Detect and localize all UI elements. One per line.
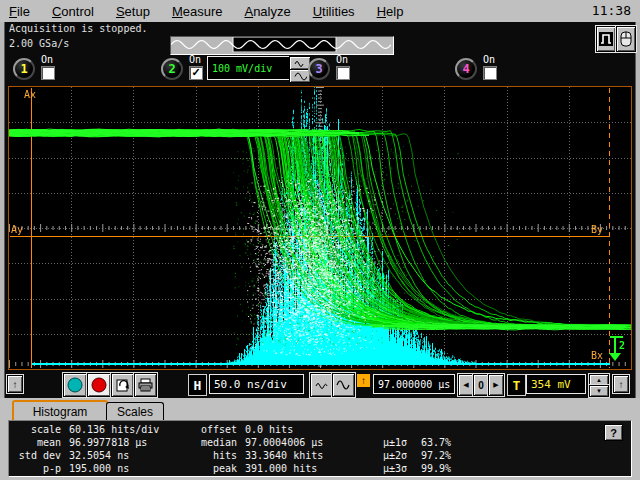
channel-2-group: 2On✓100 mV/div: [161, 56, 301, 84]
down-triangle-icon: ▼: [596, 388, 602, 394]
stop-button[interactable]: [87, 373, 111, 397]
run-icon: [67, 377, 83, 393]
channel-controls: 1On2On✓100 mV/div3On4On: [5, 55, 635, 86]
horizontal-zoom-out-button[interactable]: [310, 373, 333, 397]
stat-label: offset: [157, 424, 237, 435]
stat-label: median: [157, 437, 237, 448]
stat-value: 33.3640 khits: [245, 450, 323, 461]
up-arrow-icon: ↑: [619, 379, 624, 390]
menu-bar: FileControlSetupMeasureAnalyzeUtilitiesH…: [0, 0, 640, 23]
stat-label: std dev: [0, 450, 61, 461]
stat-value: 96.9977818 µs: [69, 437, 147, 448]
stat-value: 97.2%: [421, 450, 451, 461]
stat-value: 60.136 hits/div: [69, 424, 159, 435]
position-left-button[interactable]: ◀: [458, 374, 474, 396]
up-arrow-icon: ↑: [13, 379, 18, 390]
stat-label: scale: [0, 424, 61, 435]
trigger-level-down-button[interactable]: ▼: [589, 385, 609, 397]
waveform-display[interactable]: [9, 87, 631, 369]
clear-display-button[interactable]: [111, 373, 134, 397]
menu-item-file[interactable]: File: [9, 4, 30, 19]
channel-1-group: 1On: [13, 56, 153, 84]
mouse-button[interactable]: [616, 26, 636, 52]
menu-item-help[interactable]: Help: [377, 4, 404, 19]
menu-items: FileControlSetupMeasureAnalyzeUtilitiesH…: [0, 2, 403, 20]
channel-4-badge[interactable]: 4: [455, 58, 477, 80]
plot-area: [8, 86, 632, 370]
horizontal-control-bar: ↑: [5, 370, 635, 398]
menu-item-setup[interactable]: Setup: [116, 4, 150, 19]
mouse-icon: [620, 31, 632, 47]
stat-value: 99.9%: [421, 463, 451, 474]
menu-item-measure[interactable]: Measure: [172, 4, 223, 19]
channel-4-group: 4On: [455, 56, 595, 84]
channel-3-group: 3On: [308, 56, 448, 84]
print-button[interactable]: [134, 373, 157, 397]
acquisition-status: Acquisition is stopped.: [9, 23, 147, 34]
right-triangle-icon: ▶: [493, 381, 498, 389]
stat-label: hits: [157, 450, 237, 461]
stat-value: 32.5054 ns: [69, 450, 129, 461]
channel-2-on-label: On: [189, 54, 201, 65]
help-button[interactable]: ?: [604, 424, 623, 441]
stat-label: peak: [157, 463, 237, 474]
channel-3-badge[interactable]: 3: [308, 58, 330, 80]
stop-icon: [91, 377, 107, 393]
run-button[interactable]: [63, 373, 87, 397]
channel-1-on-checkbox[interactable]: [41, 66, 55, 80]
stat-value: 0.0 hits: [245, 424, 293, 435]
status-bar: Acquisition is stopped. 2.00 GSa/s: [5, 22, 635, 55]
scroll-up-left-button[interactable]: ↑: [7, 375, 23, 393]
stat-label: p-p: [0, 463, 61, 474]
stat-value: 63.7%: [421, 437, 451, 448]
small-wave-icon: [315, 381, 328, 390]
horizontal-zoom-in-button[interactable]: [332, 373, 355, 397]
channel-1-on-label: On: [41, 54, 53, 65]
tab-histogram[interactable]: Histogram: [12, 400, 108, 422]
stat-value: 391.000 hits: [245, 463, 317, 474]
position-window[interactable]: [233, 37, 336, 52]
printer-icon: [138, 378, 153, 392]
horizontal-label: H: [188, 374, 207, 396]
channel-2-scale-display[interactable]: 100 mV/div: [207, 56, 291, 80]
menu-item-analyze[interactable]: Analyze: [244, 4, 290, 19]
left-triangle-icon: ◀: [463, 381, 468, 389]
channel-1-badge[interactable]: 1: [13, 58, 35, 80]
horizontal-position-display[interactable]: 97.000000 µs: [373, 374, 455, 394]
menu-item-control[interactable]: Control: [52, 4, 94, 19]
channel-4-on-label: On: [483, 54, 495, 65]
channel-2-on-checkbox[interactable]: ✓: [189, 66, 203, 80]
menu-item-utilities[interactable]: Utilities: [313, 4, 355, 19]
trigger-label: T: [507, 374, 526, 396]
large-wave-icon: [336, 379, 351, 391]
trigger-level-display[interactable]: 354 mV: [526, 374, 586, 394]
scope-body: Acquisition is stopped. 2.00 GSa/s: [0, 22, 640, 398]
oscilloscope-screen: FileControlSetupMeasureAnalyzeUtilitiesH…: [0, 0, 640, 480]
trigger-position-icon: ↑: [357, 374, 370, 387]
timebase-display[interactable]: 50.0 ns/div: [209, 374, 304, 394]
channel-3-on-checkbox[interactable]: [336, 66, 350, 80]
scroll-up-right-button[interactable]: ↑: [613, 375, 629, 393]
pulse-mode-button[interactable]: [596, 26, 616, 52]
histogram-stats-panel: ? scale60.136 hits/divoffset0.0 hitsmean…: [8, 420, 632, 477]
results-panel: HistogramScales ? scale60.136 hits/divof…: [0, 398, 640, 480]
pulse-icon: [599, 32, 613, 46]
stat-label: µ±2σ: [383, 450, 407, 461]
up-triangle-icon: ▲: [596, 377, 602, 383]
right-rail: [635, 22, 640, 398]
sample-rate: 2.00 GSa/s: [9, 38, 69, 49]
position-zero-button[interactable]: 0: [473, 374, 489, 396]
tab-scales[interactable]: Scales: [106, 402, 164, 421]
clock: 11:38: [592, 3, 631, 18]
channel-2-badge[interactable]: 2: [161, 58, 183, 80]
position-right-button[interactable]: ▶: [488, 374, 504, 396]
stat-label: µ±1σ: [383, 437, 407, 448]
channel-4-on-checkbox[interactable]: [483, 66, 497, 80]
stat-label: mean: [0, 437, 61, 448]
channel-3-on-label: On: [336, 54, 348, 65]
waveform-position-indicator[interactable]: [170, 36, 394, 55]
stat-label: µ±3σ: [383, 463, 407, 474]
stat-value: 97.0004006 µs: [245, 437, 323, 448]
wave-icon: [294, 72, 307, 81]
stat-value: 195.000 ns: [69, 463, 129, 474]
